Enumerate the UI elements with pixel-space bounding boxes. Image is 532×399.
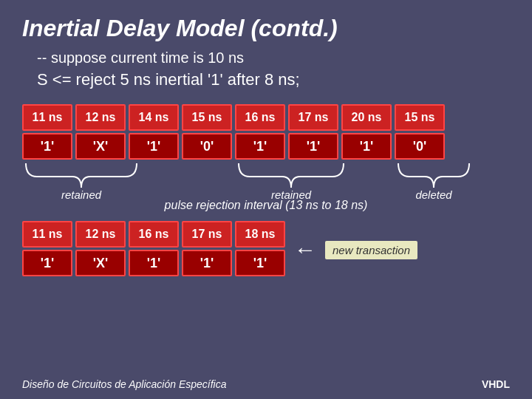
ns-cell-4: 16 ns <box>235 104 285 131</box>
val-cell-4: '1' <box>235 133 285 160</box>
top-val-row: '1' 'X' '1' '0' '1' '1' '1' '0' <box>22 133 510 160</box>
slide-title: Inertial Delay Model (contd.) <box>22 15 510 42</box>
bot-val-cell-0: '1' <box>22 250 72 276</box>
footer: Diseño de Circuitos de Aplicación Especí… <box>22 378 510 390</box>
ns-cell-7: 15 ns <box>395 104 445 131</box>
val-cell-0: '1' <box>22 133 72 160</box>
line1: -- suppose current time is 10 ns <box>37 50 510 66</box>
bottom-ns-row: 11 ns 12 ns 16 ns 17 ns 18 ns <box>22 221 285 248</box>
top-ns-row: 11 ns 12 ns 14 ns 15 ns 16 ns 17 ns 20 n… <box>22 104 510 131</box>
new-transaction-label: new transaction <box>325 241 417 259</box>
val-cell-6: '1' <box>341 133 392 160</box>
brace-svg: retained retained deleted <box>22 162 532 199</box>
ns-cell-6: 20 ns <box>341 104 392 131</box>
ns-cell-3: 15 ns <box>182 104 232 131</box>
bot-ns-cell-4: 18 ns <box>235 221 285 248</box>
val-cell-2: '1' <box>129 133 179 160</box>
slide: Inertial Delay Model (contd.) -- suppose… <box>0 0 532 399</box>
bot-ns-cell-1: 12 ns <box>75 221 126 248</box>
bot-ns-cell-2: 16 ns <box>129 221 179 248</box>
bot-ns-cell-3: 17 ns <box>182 221 232 248</box>
ns-cell-5: 17 ns <box>288 104 338 131</box>
line2: S <= reject 5 ns inertial '1' after 8 ns… <box>37 70 510 89</box>
ns-cell-1: 12 ns <box>75 104 126 131</box>
val-cell-1: 'X' <box>75 133 126 160</box>
footer-left: Diseño de Circuitos de Aplicación Especí… <box>22 378 227 390</box>
footer-right: VHDL <box>482 378 510 390</box>
bot-ns-cell-0: 11 ns <box>22 221 72 248</box>
svg-text:retained: retained <box>271 188 312 199</box>
svg-text:retained: retained <box>61 188 102 199</box>
bot-val-cell-3: '1' <box>182 250 232 276</box>
bot-val-cell-2: '1' <box>129 250 179 276</box>
bottom-val-row: '1' 'X' '1' '1' '1' <box>22 250 285 276</box>
val-cell-7: '0' <box>395 133 445 160</box>
ns-cell-2: 14 ns <box>129 104 179 131</box>
val-cell-5: '1' <box>288 133 338 160</box>
ns-cell-0: 11 ns <box>22 104 72 131</box>
bot-val-cell-4: '1' <box>235 250 285 276</box>
pulse-text: pulse rejection interval (13 ns to 18 ns… <box>22 199 510 212</box>
bot-val-cell-1: 'X' <box>75 250 126 276</box>
arrow-icon: ← <box>294 239 316 261</box>
svg-text:deleted: deleted <box>415 188 452 199</box>
val-cell-3: '0' <box>182 133 232 160</box>
